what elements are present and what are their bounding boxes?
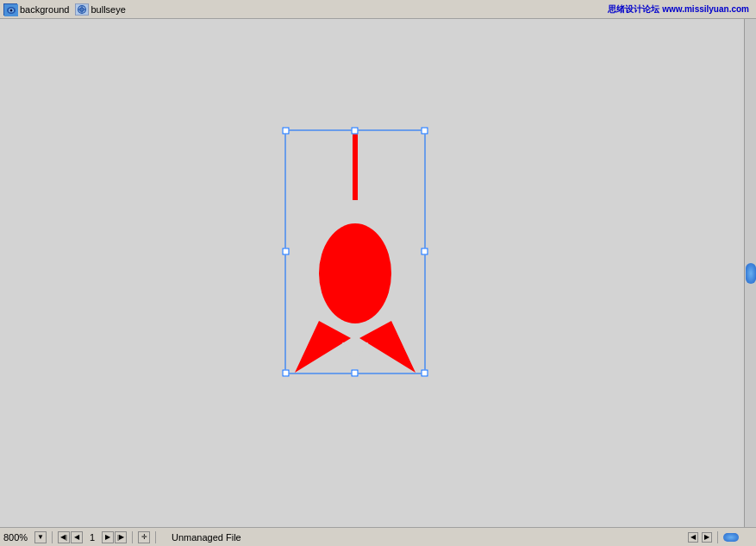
canvas-area xyxy=(0,19,744,527)
play-btn[interactable]: ◀ xyxy=(688,532,698,543)
separator-3 xyxy=(155,531,156,543)
svg-marker-12 xyxy=(359,321,415,373)
watermark: 思绪设计论坛 www.missilyuan.com xyxy=(608,3,749,16)
page-current: 1 xyxy=(86,532,98,543)
svg-rect-9 xyxy=(353,131,358,200)
layer-bullseye[interactable]: bullseye xyxy=(75,3,126,16)
nav-prev-btn[interactable]: ◀ xyxy=(71,531,83,543)
top-toolbar: background bullseye 思绪设计论坛 www.missilyua… xyxy=(0,0,756,19)
svg-marker-11 xyxy=(295,321,351,373)
bottom-toolbar: 800% ▼ ◀| ◀ 1 ▶ |▶ ✛ Unmanaged File ◀ ▶ xyxy=(0,527,756,546)
separator-2 xyxy=(132,531,133,543)
target-icon xyxy=(75,3,89,16)
status-text: Unmanaged File xyxy=(172,532,241,543)
eye-icon xyxy=(3,3,17,16)
zoom-level: 800% xyxy=(3,532,31,543)
scrollbar-right[interactable] xyxy=(744,19,756,527)
stop-btn[interactable]: ▶ xyxy=(702,532,712,543)
progress-indicator[interactable] xyxy=(723,533,739,542)
rocket-svg xyxy=(286,131,424,373)
nav-group-1: ◀| ◀ xyxy=(58,531,83,543)
rocket-shape-container xyxy=(286,131,424,373)
bottom-right-controls: ◀ ▶ xyxy=(688,531,739,543)
nav-next-btn[interactable]: ▶ xyxy=(102,531,114,543)
layer-background[interactable]: background xyxy=(3,3,70,16)
separator-1 xyxy=(52,531,53,543)
separator-4 xyxy=(717,531,718,543)
svg-marker-13 xyxy=(342,342,368,364)
nav-group-2: ▶ |▶ xyxy=(102,531,127,543)
nav-last-btn[interactable]: |▶ xyxy=(115,531,127,543)
svg-point-10 xyxy=(319,223,391,323)
cursor-tool-btn[interactable]: ✛ xyxy=(138,531,150,543)
layer-background-label: background xyxy=(20,4,70,15)
nav-first-btn[interactable]: ◀| xyxy=(58,531,70,543)
layer-bullseye-label: bullseye xyxy=(91,4,126,15)
scroll-thumb-right[interactable] xyxy=(746,263,756,284)
svg-point-3 xyxy=(10,9,13,11)
zoom-dropdown-btn[interactable]: ▼ xyxy=(34,531,47,543)
